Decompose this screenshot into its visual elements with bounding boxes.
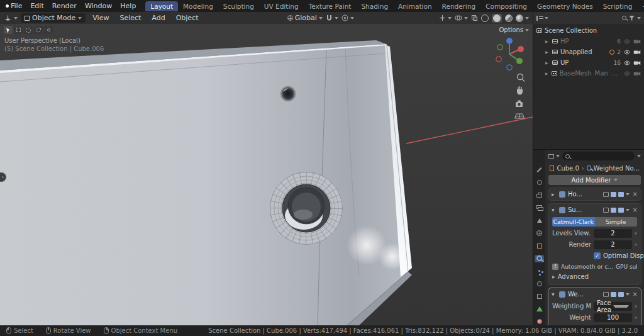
keyframe-dot[interactable] bbox=[635, 232, 637, 235]
select-lasso-tool[interactable] bbox=[34, 26, 43, 34]
optimal-display-checkbox[interactable]: ✓ bbox=[594, 252, 601, 259]
proportional-editing-dropdown[interactable] bbox=[341, 14, 354, 21]
menu-file[interactable]: File bbox=[7, 1, 26, 11]
gizmo-neg-x-axis[interactable] bbox=[496, 57, 501, 62]
tab-particles[interactable] bbox=[535, 267, 544, 275]
viewport-canvas[interactable] bbox=[0, 24, 533, 325]
add-modifier-button[interactable]: Add Modifier bbox=[548, 175, 641, 185]
tab-physics[interactable] bbox=[535, 280, 544, 288]
add-workspace-button[interactable]: + bbox=[637, 1, 644, 11]
cursor-tool[interactable] bbox=[44, 26, 53, 34]
render-toggle-icon[interactable] bbox=[618, 192, 624, 197]
menu-help[interactable]: Help bbox=[116, 1, 140, 11]
breadcrumb-modifier[interactable]: Weighted No... bbox=[594, 165, 640, 172]
modifier-name[interactable]: We... bbox=[568, 291, 584, 298]
menu-select[interactable]: Select bbox=[116, 13, 145, 23]
delete-modifier-button[interactable]: × bbox=[633, 291, 638, 298]
gizmo-z-axis[interactable] bbox=[506, 38, 513, 44]
weight-field[interactable]: 100 bbox=[594, 313, 632, 322]
delete-modifier-button[interactable]: × bbox=[633, 206, 638, 213]
editor-type-button[interactable] bbox=[4, 14, 18, 22]
outliner-search-icon[interactable] bbox=[622, 16, 626, 20]
disable-in-renders-icon[interactable] bbox=[633, 49, 641, 55]
tab-geometry-nodes[interactable]: Geometry Nodes bbox=[532, 1, 598, 11]
outliner-row-hp[interactable]: ▶ HP 6 bbox=[533, 36, 644, 47]
xray-toggle[interactable] bbox=[471, 14, 478, 21]
tab-scene[interactable] bbox=[535, 216, 544, 224]
outliner-row-scene-collection[interactable]: Scene Collection bbox=[533, 25, 644, 36]
disable-in-renders-icon[interactable] bbox=[633, 70, 641, 77]
expand-arrow-icon[interactable]: ▶ bbox=[545, 60, 550, 65]
tab-rendering[interactable]: Rendering bbox=[437, 1, 481, 11]
breadcrumb-object[interactable]: Cube.0 bbox=[557, 165, 579, 172]
menu-window[interactable]: Window bbox=[81, 1, 116, 11]
extras-dropdown-icon[interactable] bbox=[626, 193, 630, 196]
collapse-arrow-icon[interactable]: ▼ bbox=[552, 292, 557, 296]
levels-viewport-field[interactable]: 2 bbox=[594, 229, 632, 238]
viewport-3d[interactable]: User Perspective (Local) (5) Scene Colle… bbox=[0, 24, 533, 325]
overlays-dropdown[interactable] bbox=[455, 14, 468, 21]
weighting-mode-dropdown[interactable]: Face Area bbox=[594, 302, 632, 311]
delete-modifier-button[interactable]: × bbox=[633, 191, 638, 198]
options-dropdown[interactable]: Options bbox=[499, 26, 529, 33]
menu-render[interactable]: Render bbox=[48, 1, 80, 11]
properties-search-input[interactable] bbox=[562, 152, 635, 160]
keyframe-dot[interactable] bbox=[635, 244, 637, 246]
menu-add[interactable]: Add bbox=[148, 13, 169, 23]
realtime-toggle-icon[interactable] bbox=[611, 192, 616, 197]
tab-scripting[interactable]: Scripting bbox=[598, 1, 638, 11]
modifier-name[interactable]: Ho... bbox=[568, 191, 582, 198]
outliner-editor-type-button[interactable] bbox=[536, 16, 548, 21]
keyframe-dot[interactable] bbox=[635, 305, 637, 308]
tab-object-data[interactable] bbox=[535, 305, 544, 313]
menu-view[interactable]: View bbox=[89, 13, 113, 23]
realtime-toggle-icon[interactable] bbox=[611, 208, 616, 213]
tab-sculpting[interactable]: Sculpting bbox=[218, 1, 259, 11]
tab-constraints[interactable] bbox=[535, 293, 544, 300]
tab-world[interactable] bbox=[535, 229, 544, 237]
tab-object[interactable] bbox=[535, 242, 544, 249]
tab-compositing[interactable]: Compositing bbox=[480, 1, 532, 11]
hide-in-viewport-icon[interactable] bbox=[623, 60, 631, 66]
collapse-arrow-icon[interactable]: ▼ bbox=[552, 208, 557, 212]
gizmo-y-axis[interactable] bbox=[516, 58, 523, 64]
menu-object[interactable]: Object bbox=[172, 13, 203, 23]
properties-editor-type-button[interactable] bbox=[548, 154, 560, 159]
tab-uv-editing[interactable]: UV Editing bbox=[259, 1, 304, 11]
gizmo-neg-z-axis[interactable] bbox=[507, 65, 512, 70]
tab-output[interactable] bbox=[535, 191, 544, 199]
extras-dropdown-icon[interactable] bbox=[626, 293, 630, 296]
model-cube[interactable] bbox=[0, 40, 412, 325]
gizmo-neg-y-axis[interactable] bbox=[497, 45, 502, 50]
select-tweak-tool[interactable] bbox=[4, 26, 13, 34]
tab-animation[interactable]: Animation bbox=[393, 1, 437, 11]
mode-dropdown[interactable]: Object Mode bbox=[21, 13, 86, 23]
expand-arrow-icon[interactable]: ▶ bbox=[545, 39, 550, 43]
select-circle-tool[interactable] bbox=[24, 26, 33, 34]
tab-tool[interactable] bbox=[535, 166, 544, 174]
chevron-down-icon[interactable] bbox=[637, 17, 641, 20]
outliner-row-up[interactable]: ▶ UP 16 bbox=[533, 57, 644, 68]
disable-in-renders-icon[interactable] bbox=[633, 38, 641, 45]
catmull-clark-button[interactable]: Catmull-Clark bbox=[552, 217, 595, 227]
edit-mode-toggle-icon[interactable] bbox=[603, 192, 609, 197]
shading-material-button[interactable] bbox=[505, 14, 513, 22]
modifier-name[interactable]: Su... bbox=[568, 206, 582, 213]
modifier-header[interactable]: ▼ We... × bbox=[548, 288, 641, 300]
tab-texture-paint[interactable]: Texture Paint bbox=[304, 1, 357, 11]
snapping-dropdown[interactable] bbox=[326, 14, 338, 21]
outliner-row-unapplied[interactable]: ▶ Unapplied 2 bbox=[533, 47, 644, 57]
render-toggle-icon[interactable] bbox=[618, 208, 624, 213]
outliner-row-basemesh[interactable]: ▶ BaseMesh_Man_Simple bbox=[533, 68, 644, 79]
disable-in-renders-icon[interactable] bbox=[633, 60, 641, 66]
render-toggle-icon[interactable] bbox=[618, 292, 624, 297]
hide-in-viewport-icon[interactable] bbox=[623, 49, 631, 55]
shading-solid-button[interactable] bbox=[492, 14, 502, 23]
shading-rendered-button[interactable] bbox=[516, 14, 529, 22]
screw-hole[interactable] bbox=[280, 86, 296, 102]
tab-material[interactable] bbox=[535, 318, 544, 325]
select-box-tool[interactable] bbox=[14, 26, 23, 34]
tab-view-layer[interactable] bbox=[535, 204, 544, 211]
menu-edit[interactable]: Edit bbox=[26, 1, 47, 11]
tab-shading[interactable]: Shading bbox=[356, 1, 393, 11]
